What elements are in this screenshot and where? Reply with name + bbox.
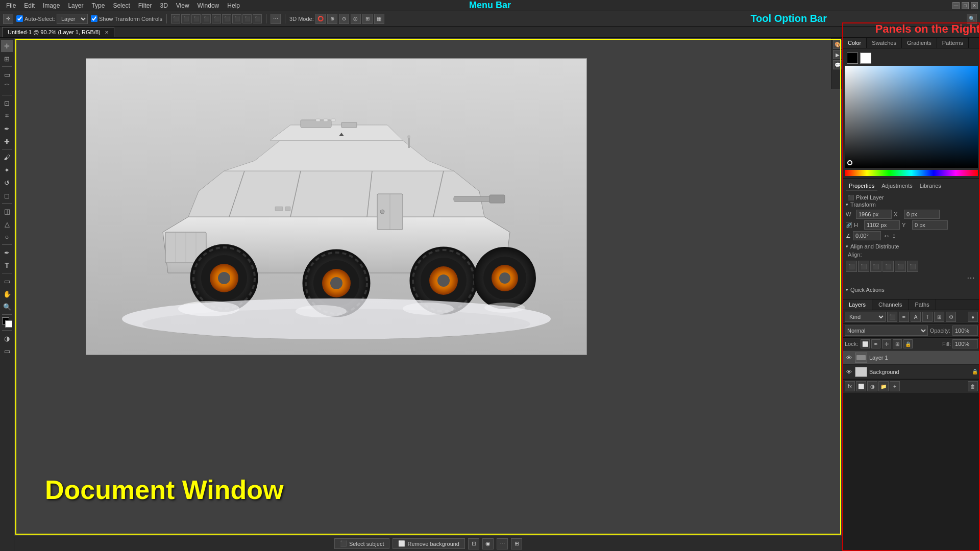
mini-color-icon[interactable]: 🎨 bbox=[833, 40, 842, 49]
tob-3d-icon-2[interactable]: ⊕ bbox=[327, 14, 337, 24]
select-subject-button[interactable]: ⬛ Select subject bbox=[334, 538, 389, 549]
tool-hand[interactable]: ✋ bbox=[1, 288, 13, 300]
add-layer-btn[interactable]: + bbox=[890, 381, 900, 391]
aspect-lock[interactable]: 🔗 bbox=[846, 222, 852, 228]
tool-marquee[interactable]: ▭ bbox=[1, 68, 13, 81]
color-hue-slider[interactable] bbox=[845, 170, 978, 176]
w-input[interactable] bbox=[856, 210, 892, 219]
tab-swatches[interactable]: Swatches bbox=[867, 38, 902, 48]
show-transform-label[interactable]: Show Transform Controls bbox=[99, 16, 162, 22]
tob-3d-icon-1[interactable]: ⭕ bbox=[315, 14, 326, 24]
lock-image-btn[interactable]: ✒ bbox=[871, 339, 880, 348]
document-tab[interactable]: Untitled-1 @ 90.2% (Layer 1, RGB/8) ✕ bbox=[2, 27, 114, 37]
align-right-btn[interactable]: ⬛ bbox=[191, 14, 201, 23]
layers-filter-btn-6[interactable]: ⚙ bbox=[946, 312, 956, 322]
mini-bubble-icon[interactable]: 💬 bbox=[833, 60, 842, 69]
tab-properties[interactable]: Properties bbox=[846, 182, 877, 190]
distribute-right-btn[interactable]: ⬛ bbox=[253, 14, 262, 23]
mini-arrow-icon[interactable]: ▶ bbox=[833, 50, 842, 59]
color-gradient-picker[interactable] bbox=[845, 66, 978, 168]
background-color[interactable] bbox=[5, 320, 12, 328]
layer-item-layer1[interactable]: 👁 Layer 1 bbox=[843, 350, 980, 365]
tool-dodge[interactable]: ○ bbox=[1, 231, 13, 243]
layers-filter-dropdown[interactable]: Kind Name Effect bbox=[845, 312, 886, 322]
tool-healing[interactable]: ✚ bbox=[1, 135, 13, 147]
remove-background-button[interactable]: ⬜ Remove background bbox=[393, 538, 465, 549]
lock-all-btn[interactable]: 🔒 bbox=[903, 339, 913, 348]
align-g-top[interactable]: ⬛ bbox=[883, 261, 894, 272]
blend-mode-dropdown[interactable]: Normal Multiply Screen bbox=[845, 325, 928, 336]
layers-filter-toggle[interactable]: ● bbox=[968, 312, 978, 322]
x-input[interactable] bbox=[904, 210, 940, 219]
layers-filter-btn-5[interactable]: ⊞ bbox=[934, 312, 944, 322]
show-transform-checkbox[interactable] bbox=[91, 15, 97, 22]
tool-crop[interactable]: ⌗ bbox=[1, 110, 13, 122]
y-input[interactable] bbox=[912, 220, 948, 230]
layer-item-background[interactable]: 👁 Background 🔒 bbox=[843, 365, 980, 379]
minimize-button[interactable]: — bbox=[952, 2, 960, 9]
btb-icon-btn-2[interactable]: ◉ bbox=[482, 538, 494, 549]
menu-3d[interactable]: 3D bbox=[156, 0, 172, 11]
align-top-btn[interactable]: ⬛ bbox=[202, 14, 211, 23]
menu-view[interactable]: View bbox=[172, 0, 193, 11]
menu-help[interactable]: Help bbox=[223, 0, 244, 11]
menu-select[interactable]: Select bbox=[109, 0, 134, 11]
menu-edit[interactable]: Edit bbox=[20, 0, 39, 11]
tool-type[interactable]: T bbox=[1, 259, 13, 271]
tab-channels[interactable]: Channels bbox=[872, 299, 909, 310]
fill-input[interactable] bbox=[952, 339, 978, 348]
add-mask-btn[interactable]: ⬜ bbox=[856, 381, 866, 391]
align-g-right[interactable]: ⬛ bbox=[870, 261, 881, 272]
align-more-btn[interactable]: ⋯ bbox=[967, 273, 975, 282]
tool-gradient[interactable]: ◫ bbox=[1, 205, 13, 217]
tob-3d-icon-5[interactable]: ⊞ bbox=[362, 14, 373, 24]
menu-file[interactable]: File bbox=[2, 0, 20, 11]
tob-3d-icon-6[interactable]: ▦ bbox=[374, 14, 384, 24]
layers-filter-btn-4[interactable]: T bbox=[922, 312, 933, 322]
align-g-h-center[interactable]: ⬛ bbox=[858, 261, 869, 272]
tool-eyedropper[interactable]: ✒ bbox=[1, 122, 13, 135]
tab-patterns[interactable]: Patterns bbox=[937, 38, 969, 48]
tool-pen[interactable]: ✒ bbox=[1, 246, 13, 259]
tool-artboard[interactable]: ⊞ bbox=[1, 53, 13, 65]
layers-filter-btn-3[interactable]: A bbox=[911, 312, 921, 322]
align-g-v-center[interactable]: ⬛ bbox=[895, 261, 906, 272]
tool-history-brush[interactable]: ↺ bbox=[1, 177, 13, 189]
layers-filter-btn-1[interactable]: ⬛ bbox=[887, 312, 897, 322]
auto-select-checkbox[interactable] bbox=[16, 15, 23, 22]
tool-quick-mask[interactable]: ◑ bbox=[1, 332, 13, 344]
tool-screen-mode[interactable]: ▭ bbox=[1, 345, 13, 357]
tool-brush[interactable]: 🖌 bbox=[1, 151, 13, 163]
layers-filter-btn-2[interactable]: ✒ bbox=[899, 312, 909, 322]
tab-paths[interactable]: Paths bbox=[909, 299, 936, 310]
angle-input[interactable] bbox=[853, 231, 881, 240]
tool-shape[interactable]: ▭ bbox=[1, 275, 13, 287]
auto-select-label[interactable]: Auto-Select: bbox=[24, 16, 55, 22]
lock-position-btn[interactable]: ✛ bbox=[882, 339, 891, 348]
lock-artboard-btn[interactable]: ⊞ bbox=[893, 339, 902, 348]
add-adjustment-btn[interactable]: ◑ bbox=[867, 381, 877, 391]
transform-header[interactable]: ▾ Transform bbox=[846, 202, 977, 208]
menu-layer[interactable]: Layer bbox=[64, 0, 87, 11]
tab-gradients[interactable]: Gradients bbox=[902, 38, 937, 48]
flip-v-btn[interactable]: ↕ bbox=[892, 232, 896, 240]
background-swatch[interactable] bbox=[860, 53, 871, 64]
tob-move-icon[interactable]: ✛ bbox=[3, 14, 13, 24]
menu-type[interactable]: Type bbox=[87, 0, 109, 11]
tab-color[interactable]: Color bbox=[843, 38, 867, 48]
tool-zoom[interactable]: 🔍 bbox=[1, 300, 13, 313]
opacity-input[interactable] bbox=[952, 325, 978, 336]
menu-filter[interactable]: Filter bbox=[134, 0, 156, 11]
align-distribute-header[interactable]: ▾ Align and Distribute bbox=[846, 243, 977, 249]
close-button[interactable]: ✕ bbox=[971, 2, 978, 9]
tool-colors[interactable] bbox=[2, 317, 12, 328]
tab-libraries[interactable]: Libraries bbox=[917, 182, 944, 190]
align-middle-v-btn[interactable]: ⬛ bbox=[212, 14, 221, 23]
menu-window[interactable]: Window bbox=[193, 0, 224, 11]
btb-icon-btn-3[interactable]: ⊞ bbox=[511, 538, 522, 549]
tool-blur[interactable]: △ bbox=[1, 218, 13, 230]
distribute-left-btn[interactable]: ⬛ bbox=[232, 14, 241, 23]
align-center-h-btn[interactable]: ⬛ bbox=[181, 14, 190, 23]
tab-adjustments[interactable]: Adjustments bbox=[878, 182, 916, 190]
tool-lasso[interactable]: ⌒ bbox=[1, 81, 13, 93]
